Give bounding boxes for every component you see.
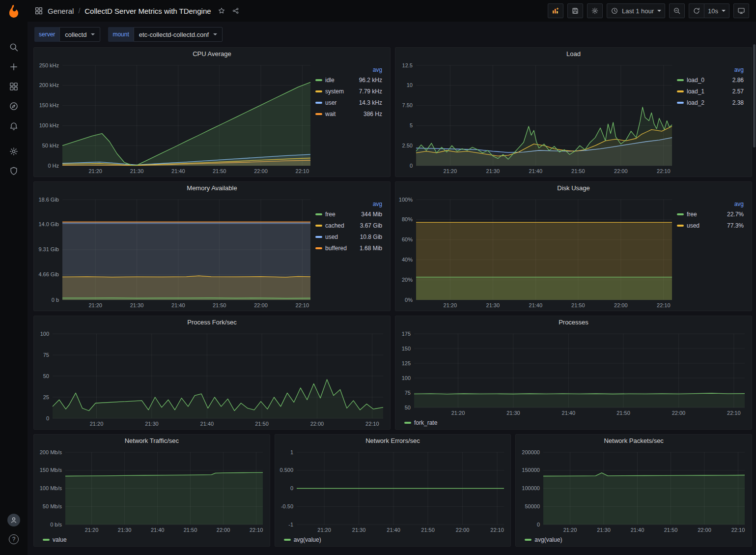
legend-item[interactable]: value [43,536,67,543]
dashboard-squares-icon[interactable] [34,6,43,15]
legend-item[interactable]: load_22.38 [677,97,744,108]
panel-title[interactable]: Processes [395,316,752,329]
chart-canvas[interactable]: 21:2021:3021:4021:5022:0022:10-1-0.5000.… [278,447,508,534]
svg-text:22:00: 22:00 [254,168,268,174]
configuration-gear-icon[interactable] [8,146,19,157]
svg-text:22:00: 22:00 [254,302,268,308]
dashboards-icon[interactable] [8,81,19,92]
clock-icon [611,7,618,15]
scrollbar-thumb[interactable] [753,44,756,147]
legend-item[interactable]: system7.79 kHz [315,86,382,97]
series-name[interactable]: used [325,234,338,240]
grafana-logo-icon[interactable] [6,4,21,19]
create-plus-icon[interactable] [8,61,19,72]
time-range-picker[interactable]: Last 1 hour [607,3,665,18]
user-avatar[interactable] [7,514,20,526]
series-name[interactable]: used [687,222,700,229]
legend-item[interactable]: free344 Mib [315,208,382,220]
chart-canvas[interactable]: 21:2021:3021:4021:5022:0022:100500001000… [519,447,749,534]
svg-text:22:10: 22:10 [296,302,309,308]
series-name[interactable]: user [325,99,336,106]
chart-canvas[interactable]: 21:2021:3021:4021:5022:0022:100 b4.66 Gi… [37,195,314,310]
panel-legend: value [37,534,267,545]
variable-mount-value[interactable]: etc-collectd-collectd.conf [134,27,223,42]
series-name[interactable]: buffered [325,245,347,252]
panel-title[interactable]: Load [395,48,752,60]
legend-item[interactable]: avg(value) [284,536,321,543]
svg-text:21:40: 21:40 [200,421,214,427]
legend-item[interactable]: cached3.67 Gib [315,220,382,231]
chart-canvas[interactable]: 21:2021:3021:4021:5022:0022:105075100125… [398,329,749,417]
chart-canvas[interactable]: 21:2021:3021:4021:5022:0022:1002.5057.50… [398,60,676,175]
series-name[interactable]: avg(value) [294,536,321,543]
series-name[interactable]: system [325,88,344,95]
series-name[interactable]: free [325,211,336,218]
series-name[interactable]: wait [325,111,336,117]
legend-avg-header: avg [677,65,744,74]
star-icon[interactable] [218,7,225,15]
series-name[interactable]: cached [325,222,344,229]
panel-title[interactable]: Process Fork/sec [34,316,390,329]
explore-compass-icon[interactable] [8,101,19,112]
save-dashboard-button[interactable] [567,3,583,18]
series-color-marker [677,102,684,104]
series-color-marker [525,539,532,541]
dashboard-settings-button[interactable] [587,3,603,18]
refresh-button[interactable] [689,3,704,18]
series-avg-value: 10.8 Gib [360,234,382,240]
legend-item[interactable]: load_02.86 [677,74,744,86]
alerting-bell-icon[interactable] [8,120,19,131]
search-icon[interactable] [8,42,19,53]
legend-item[interactable]: used10.8 Gib [315,231,382,242]
panel-row-2: Memory Available 21:2021:3021:4021:5022:… [33,181,752,311]
legend-item[interactable]: user14.3 kHz [315,97,382,108]
svg-text:21:50: 21:50 [571,168,585,174]
legend-item[interactable]: wait386 Hz [315,108,382,119]
chart-canvas[interactable]: 21:2021:3021:4021:5022:0022:100 b/s50 Mb… [37,447,267,534]
legend-item[interactable]: idle96.2 kHz [315,74,382,86]
breadcrumb-folder[interactable]: General [48,7,74,15]
svg-text:21:50: 21:50 [255,421,269,427]
legend-item[interactable]: free22.7% [677,208,744,220]
series-name[interactable]: load_2 [687,99,704,106]
zoom-out-button[interactable] [669,3,685,18]
svg-text:22:00: 22:00 [217,527,230,533]
series-name[interactable]: load_0 [687,77,704,84]
svg-text:50: 50 [405,405,411,410]
share-icon[interactable] [232,7,240,15]
panel-title[interactable]: Network Traffic/sec [34,435,270,447]
server-admin-shield-icon[interactable] [8,166,19,176]
series-color-marker [315,102,322,104]
series-name[interactable]: value [53,536,67,543]
svg-text:0 Hz: 0 Hz [48,163,59,169]
legend-item[interactable]: buffered1.68 Mib [315,242,382,254]
chart-canvas[interactable]: 21:2021:3021:4021:5022:0022:100255075100 [37,329,387,428]
svg-text:150 Mb/s: 150 Mb/s [40,467,62,473]
variable-server-value[interactable]: collectd [59,27,100,42]
kiosk-mode-button[interactable] [733,3,749,18]
series-name[interactable]: avg(value) [534,536,562,543]
panel-title[interactable]: Memory Available [34,182,390,195]
add-panel-button[interactable] [548,3,563,18]
svg-text:21:40: 21:40 [529,168,543,174]
legend-item[interactable]: load_12.57 [677,86,744,97]
series-name[interactable]: load_1 [687,88,704,95]
chart-canvas[interactable]: 21:2021:3021:4021:5022:0022:100%20%40%60… [398,195,676,310]
panel-title[interactable]: Network Packets/sec [516,435,752,447]
panel-processes: Processes 21:2021:3021:4021:5022:0022:10… [395,316,752,430]
legend-item[interactable]: fork_rate [404,419,437,426]
series-name[interactable]: fork_rate [414,419,437,426]
svg-text:22:00: 22:00 [698,527,712,533]
legend-item[interactable]: avg(value) [525,536,562,543]
series-name[interactable]: free [687,211,697,218]
chart-canvas[interactable]: 21:2021:3021:4021:5022:0022:100 Hz50 kHz… [37,60,314,175]
help-icon[interactable]: ? [9,534,19,544]
svg-text:21:40: 21:40 [631,527,644,533]
panel-title[interactable]: CPU Average [34,48,390,60]
legend-item[interactable]: used77.3% [677,220,744,231]
series-avg-value: 22.7% [727,211,744,218]
refresh-interval-dropdown[interactable]: 10s [704,3,729,18]
panel-title[interactable]: Disk Usage [395,182,752,195]
panel-title[interactable]: Network Errors/sec [275,435,511,447]
series-name[interactable]: idle [325,77,335,84]
